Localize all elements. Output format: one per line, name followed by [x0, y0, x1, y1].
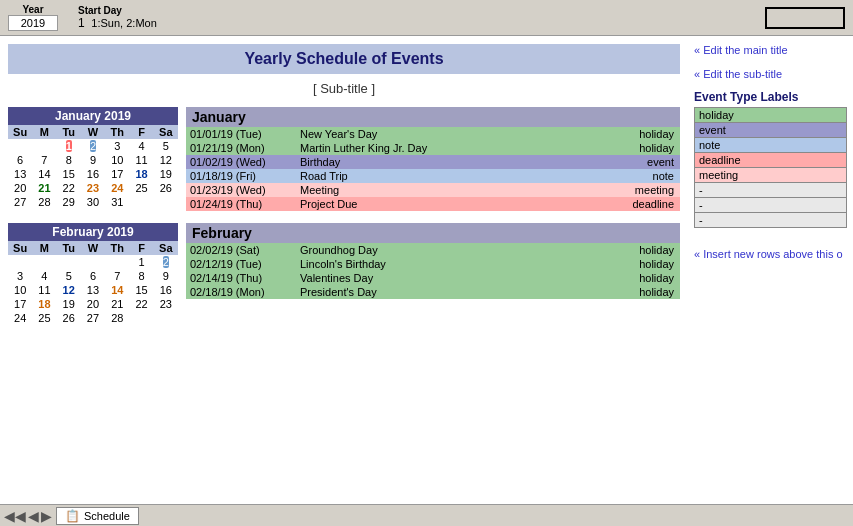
cal-day[interactable]: 28 — [105, 311, 129, 325]
edit-main-title-link[interactable]: « Edit the main title — [694, 44, 788, 56]
event-desc: Road Trip — [296, 169, 574, 183]
event-desc: Meeting — [296, 183, 574, 197]
subtitle: [ Sub-title ] — [0, 78, 688, 99]
cal-weekday: Tu — [57, 241, 81, 255]
cal-day[interactable]: 15 — [129, 283, 153, 297]
cal-weekday: F — [129, 125, 153, 139]
cal-day — [105, 255, 129, 269]
cal-weekday: Sa — [154, 241, 178, 255]
cal-day[interactable]: 23 — [81, 181, 105, 195]
events-wrap: January01/01/19 (Tue)New Year's Dayholid… — [186, 107, 680, 211]
cal-day[interactable]: 12 — [57, 283, 81, 297]
cal-day[interactable]: 11 — [32, 283, 56, 297]
cal-weekday: Sa — [154, 125, 178, 139]
cal-day[interactable]: 17 — [8, 297, 32, 311]
cal-day[interactable]: 15 — [57, 167, 81, 181]
cal-day[interactable]: 20 — [8, 181, 32, 195]
cal-day[interactable]: 19 — [57, 297, 81, 311]
cal-day[interactable]: 16 — [154, 283, 178, 297]
cal-day[interactable]: 17 — [105, 167, 129, 181]
cal-day — [154, 311, 178, 325]
cal-day[interactable]: 16 — [81, 167, 105, 181]
cal-day[interactable]: 8 — [129, 269, 153, 283]
year-label: Year — [22, 4, 43, 15]
toolbar-right-box — [765, 7, 845, 29]
event-desc: New Year's Day — [296, 127, 574, 141]
cal-day[interactable]: 7 — [32, 153, 56, 167]
cal-weekday: F — [129, 241, 153, 255]
cal-day[interactable]: 1 — [57, 139, 81, 153]
cal-day[interactable]: 4 — [32, 269, 56, 283]
event-type: holiday — [556, 271, 680, 285]
cal-day[interactable]: 10 — [8, 283, 32, 297]
cal-day[interactable]: 30 — [81, 195, 105, 209]
cal-day[interactable]: 7 — [105, 269, 129, 283]
cal-grid: SuMTuWThFSa12345678910111213141516171819… — [8, 241, 178, 325]
nav-prev[interactable]: ◀ — [28, 508, 39, 524]
cal-day[interactable]: 6 — [81, 269, 105, 283]
cal-day[interactable]: 27 — [8, 195, 32, 209]
cal-day[interactable]: 20 — [81, 297, 105, 311]
cal-day[interactable]: 21 — [105, 297, 129, 311]
cal-day[interactable]: 5 — [57, 269, 81, 283]
nav-next[interactable]: ▶ — [41, 508, 52, 524]
cal-day[interactable]: 1 — [129, 255, 153, 269]
cal-day[interactable]: 5 — [154, 139, 178, 153]
cal-day[interactable]: 18 — [32, 297, 56, 311]
cal-day[interactable]: 26 — [154, 181, 178, 195]
nav-first[interactable]: ◀◀ — [4, 508, 26, 524]
cal-day[interactable]: 9 — [81, 153, 105, 167]
insert-rows-link[interactable]: « Insert new rows above this o — [694, 248, 847, 260]
mini-calendar: January 2019SuMTuWThFSa12345678910111213… — [8, 107, 178, 211]
event-desc: President's Day — [296, 285, 556, 299]
cal-day[interactable]: 4 — [129, 139, 153, 153]
cal-day[interactable]: 18 — [129, 167, 153, 181]
events-month-header: January — [186, 107, 680, 127]
edit-sub-title-link[interactable]: « Edit the sub-title — [694, 68, 782, 80]
cal-day[interactable]: 11 — [129, 153, 153, 167]
event-label-cell: - — [695, 213, 847, 228]
cal-day[interactable]: 8 — [57, 153, 81, 167]
cal-day[interactable]: 13 — [8, 167, 32, 181]
cal-day[interactable]: 14 — [32, 167, 56, 181]
cal-day[interactable]: 10 — [105, 153, 129, 167]
cal-day[interactable]: 25 — [129, 181, 153, 195]
event-label-cell: - — [695, 183, 847, 198]
event-row: 01/02/19 (Wed)Birthdayevent — [186, 155, 680, 169]
event-labels-title: Event Type Labels — [694, 90, 847, 104]
cal-weekday: Su — [8, 241, 32, 255]
cal-day[interactable]: 19 — [154, 167, 178, 181]
cal-day[interactable]: 28 — [32, 195, 56, 209]
cal-day[interactable]: 22 — [129, 297, 153, 311]
cal-day[interactable]: 21 — [32, 181, 56, 195]
cal-day[interactable]: 31 — [105, 195, 129, 209]
events-table: 01/01/19 (Tue)New Year's Dayholiday01/21… — [186, 127, 680, 211]
year-field: Year — [8, 4, 58, 31]
cal-day[interactable]: 2 — [81, 139, 105, 153]
month-section: January 2019SuMTuWThFSa12345678910111213… — [8, 107, 680, 211]
schedule-tab[interactable]: 📋 Schedule — [56, 507, 139, 525]
cal-day[interactable]: 9 — [154, 269, 178, 283]
months-container: January 2019SuMTuWThFSa12345678910111213… — [0, 107, 688, 325]
year-input[interactable] — [8, 15, 58, 31]
cal-day[interactable]: 27 — [81, 311, 105, 325]
cal-day[interactable]: 14 — [105, 283, 129, 297]
cal-day[interactable]: 6 — [8, 153, 32, 167]
cal-day[interactable]: 3 — [105, 139, 129, 153]
cal-day[interactable]: 23 — [154, 297, 178, 311]
event-type: holiday — [556, 243, 680, 257]
cal-day[interactable]: 3 — [8, 269, 32, 283]
tab-label: Schedule — [84, 510, 130, 522]
cal-day[interactable]: 29 — [57, 195, 81, 209]
cal-day[interactable]: 26 — [57, 311, 81, 325]
cal-weekday: W — [81, 125, 105, 139]
cal-day[interactable]: 2 — [154, 255, 178, 269]
event-date: 01/21/19 (Mon) — [186, 141, 296, 155]
cal-day[interactable]: 24 — [105, 181, 129, 195]
cal-day[interactable]: 24 — [8, 311, 32, 325]
cal-day[interactable]: 12 — [154, 153, 178, 167]
cal-day[interactable]: 22 — [57, 181, 81, 195]
cal-day[interactable]: 13 — [81, 283, 105, 297]
cal-day[interactable]: 25 — [32, 311, 56, 325]
event-type: holiday — [574, 141, 680, 155]
